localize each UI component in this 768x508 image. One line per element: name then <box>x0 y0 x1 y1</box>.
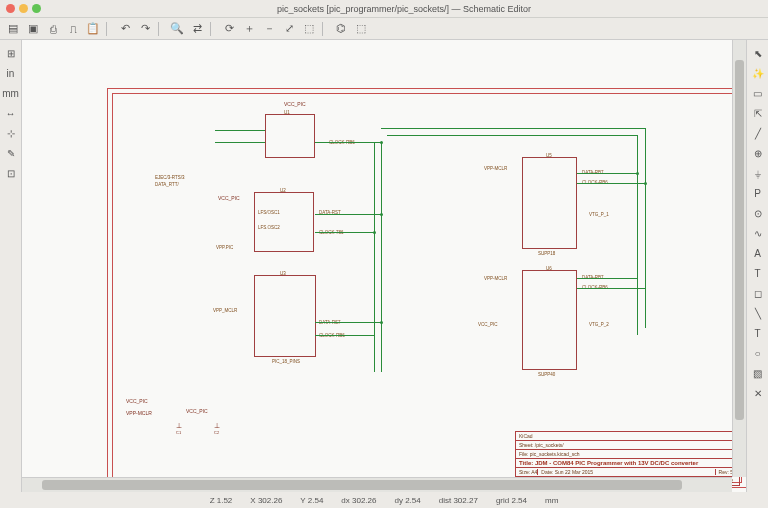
cap-c1[interactable]: ⊥C1 <box>176 422 182 435</box>
refresh-button[interactable]: ⟳ <box>220 20 238 38</box>
vtgp2: VTG_P_2 <box>589 322 609 327</box>
print-button[interactable]: ⎙ <box>44 20 62 38</box>
minimize-icon[interactable] <box>19 4 28 13</box>
wire <box>315 335 375 336</box>
toolbar-sep-4 <box>322 22 328 36</box>
tb-title: Title: JDM - COM84 PIC Programmer with 1… <box>516 458 739 467</box>
toolbar-sep-2 <box>158 22 164 36</box>
status-grid: grid 2.54 <box>496 496 527 505</box>
wire <box>374 142 375 372</box>
ref-u5: U5 <box>546 153 552 158</box>
save-button[interactable]: ▤ <box>4 20 22 38</box>
status-x: X 302.26 <box>250 496 282 505</box>
junction <box>373 231 376 234</box>
statusbar: Z 1.52 X 302.26 Y 2.54 dx 302.26 dy 2.54… <box>0 492 768 508</box>
vpp-mclr-bottom: VPP-MCLR <box>126 410 152 416</box>
highlight-net-tool[interactable]: ✨ <box>749 64 767 82</box>
junction <box>636 172 639 175</box>
grid-toggle-button[interactable]: ⊞ <box>2 44 20 62</box>
component-u5[interactable] <box>522 157 577 249</box>
window-title: pic_sockets [pic_programmer/pic_sockets/… <box>46 4 762 14</box>
hier-label-tool[interactable]: T <box>749 264 767 282</box>
status-unit: mm <box>545 496 558 505</box>
ref-u3: U3 <box>280 271 286 276</box>
junction <box>644 182 647 185</box>
paste-button[interactable]: 📋 <box>84 20 102 38</box>
wire <box>315 142 382 143</box>
junction <box>380 213 383 216</box>
vpp-mclr-u6: VPP-MCLR <box>484 276 507 281</box>
vcc-pic-u6: VCC_PIC <box>478 322 498 327</box>
rst-b: DATA_RTT/ <box>155 182 179 187</box>
wire <box>645 128 646 328</box>
zoom-in-button[interactable]: ＋ <box>240 20 258 38</box>
plot-button[interactable]: ⎍ <box>64 20 82 38</box>
right-toolbar: ⬉ ✨ ▭ ⇱ ╱ ⊕ ⏚ P ⊙ ∿ A T ◻ ╲ T ○ ▧ ✕ <box>746 40 768 492</box>
wire <box>315 232 375 233</box>
tb-sheet: Sheet: /pic_sockets/ <box>516 440 739 449</box>
zoom-out-button[interactable]: － <box>260 20 278 38</box>
hierarchy-button[interactable]: ⌬ <box>332 20 350 38</box>
replace-button[interactable]: ⇄ <box>188 20 206 38</box>
lfs-osc1: LFS/OSC1 <box>258 210 280 215</box>
bus-tool[interactable]: ⊕ <box>749 144 767 162</box>
image-tool[interactable]: ▧ <box>749 364 767 382</box>
line-tool[interactable]: ○ <box>749 344 767 362</box>
wire <box>315 214 382 215</box>
force-hv-button[interactable]: ⊡ <box>2 164 20 182</box>
tb-kicad: KiCad <box>516 432 739 440</box>
maximize-icon[interactable] <box>32 4 41 13</box>
global-label-tool[interactable]: A <box>749 244 767 262</box>
sheet-settings-button[interactable]: ▣ <box>24 20 42 38</box>
component-u6[interactable] <box>522 270 577 370</box>
place-symbol-tool[interactable]: ▭ <box>749 84 767 102</box>
wire <box>577 173 637 174</box>
horizontal-scrollbar[interactable] <box>22 477 732 492</box>
hidden-pins-button[interactable]: ⊹ <box>2 124 20 142</box>
component-u3[interactable] <box>254 275 316 357</box>
cursor-shape-button[interactable]: ↔ <box>2 104 20 122</box>
bus-entry-tool[interactable]: ⏚ <box>749 164 767 182</box>
wire <box>215 130 265 131</box>
toolbar-sep-1 <box>106 22 112 36</box>
vcc-pic-label-u2: VCC_PIC <box>218 195 240 201</box>
undo-button[interactable]: ↶ <box>116 20 134 38</box>
no-connect-tool[interactable]: P <box>749 184 767 202</box>
vcc-pic-cap: VCC_PIC <box>186 408 208 414</box>
wire <box>577 288 645 289</box>
wire <box>577 183 645 184</box>
zoom-selection-button[interactable]: ⬚ <box>300 20 318 38</box>
delete-tool[interactable]: ✕ <box>749 384 767 402</box>
suppl18: SUPP18 <box>538 251 555 256</box>
toolbar-sep-3 <box>210 22 216 36</box>
tb-file: File: pic_sockets.kicad_sch <box>516 449 739 458</box>
redo-button[interactable]: ↷ <box>136 20 154 38</box>
units-mm-button[interactable]: mm <box>2 84 20 102</box>
sheet-tool[interactable]: ◻ <box>749 284 767 302</box>
close-icon[interactable] <box>6 4 15 13</box>
status-zoom: Z 1.52 <box>210 496 233 505</box>
place-power-tool[interactable]: ⇱ <box>749 104 767 122</box>
free-angle-button[interactable]: ✎ <box>2 144 20 162</box>
label-tool[interactable]: ∿ <box>749 224 767 242</box>
wire-tool[interactable]: ╱ <box>749 124 767 142</box>
text-tool[interactable]: T <box>749 324 767 342</box>
cap-c2[interactable]: ⊥C2 <box>214 422 220 435</box>
status-dist: dist 302.27 <box>439 496 478 505</box>
vertical-scrollbar[interactable] <box>732 40 746 477</box>
select-tool[interactable]: ⬉ <box>749 44 767 62</box>
leave-sheet-button[interactable]: ⬚ <box>352 20 370 38</box>
main-toolbar: ▤ ▣ ⎙ ⎍ 📋 ↶ ↷ 🔍 ⇄ ⟳ ＋ － ⤢ ⬚ ⌬ ⬚ <box>0 18 768 40</box>
component-u2[interactable] <box>254 192 314 252</box>
find-button[interactable]: 🔍 <box>168 20 186 38</box>
ref-u2: U2 <box>280 188 286 193</box>
junction-tool[interactable]: ⊙ <box>749 204 767 222</box>
lfs-osc2: LFS.OSC2 <box>258 225 280 230</box>
zoom-fit-button[interactable]: ⤢ <box>280 20 298 38</box>
wire <box>215 142 265 143</box>
rst-a: EJEC/3-RTS/3 <box>155 175 184 180</box>
units-in-button[interactable]: in <box>2 64 20 82</box>
component-u1[interactable] <box>265 114 315 158</box>
import-sheet-pin-tool[interactable]: ╲ <box>749 304 767 322</box>
schematic-canvas[interactable]: U1 VCC_PIC CLOCK-RB6 U2 LFS/OSC1 LFS.OSC… <box>22 40 746 492</box>
